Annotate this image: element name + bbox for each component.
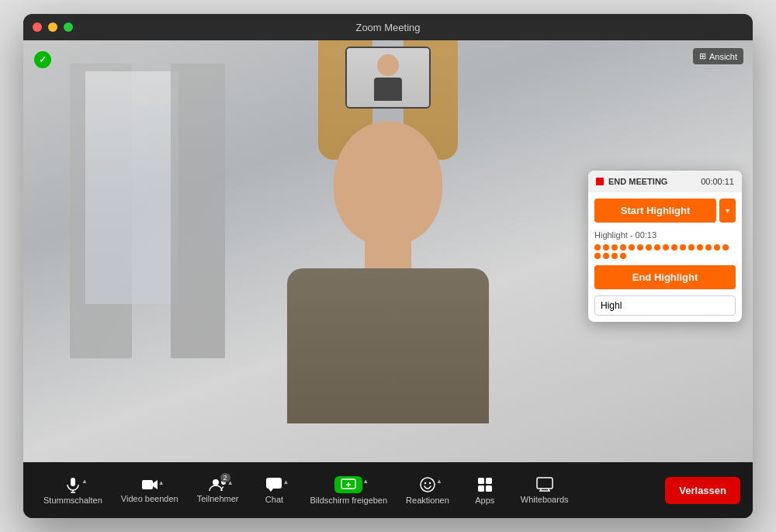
participants-caret: ▲: [227, 479, 234, 486]
whiteboards-label: Whiteboards: [521, 495, 569, 504]
apps-icon: [476, 476, 494, 493]
dot-4: [620, 244, 626, 250]
dot-5: [629, 244, 635, 250]
ansicht-button[interactable]: ⊞ Ansicht: [693, 48, 743, 64]
dot-1: [594, 244, 601, 250]
dot-13: [697, 244, 703, 250]
svg-rect-13: [478, 485, 484, 492]
dot-14: [705, 244, 712, 250]
ansicht-icon: ⊞: [699, 51, 706, 61]
reactions-label: Reaktionen: [406, 496, 449, 505]
thumb-body: [374, 78, 402, 101]
thumbnail-video: [345, 47, 431, 109]
highlight-dropdown-button[interactable]: ▾: [719, 199, 736, 223]
toolbar-item-chat[interactable]: ▲ Chat: [249, 472, 299, 509]
video-caret: ▲: [158, 479, 165, 486]
dot-10: [671, 244, 677, 250]
dot-17: [594, 253, 601, 259]
highlight-input[interactable]: [594, 295, 736, 316]
highlight-panel: END MEETING 00:00:11 Start Highlight ▾ H…: [588, 171, 742, 322]
dot-3: [611, 244, 618, 250]
share-icon: ▲: [334, 476, 362, 493]
dot-20: [620, 253, 626, 259]
participants-icon: 2 ▲: [209, 478, 227, 492]
toolbar-items: ▲ Stummschalten ▲ Video beenden: [36, 472, 577, 510]
chat-label: Chat: [265, 495, 283, 504]
end-highlight-button[interactable]: End Highlight: [594, 265, 736, 289]
red-square-icon: [596, 178, 604, 185]
thumb-person: [369, 54, 407, 101]
close-button[interactable]: [33, 22, 42, 32]
start-highlight-row: Start Highlight ▾: [594, 199, 736, 223]
dot-12: [688, 244, 695, 250]
dot-19: [611, 253, 618, 259]
chat-caret: ▲: [283, 478, 289, 485]
start-highlight-button[interactable]: Start Highlight: [594, 199, 716, 223]
dot-15: [714, 244, 720, 250]
panel-header: END MEETING 00:00:11: [588, 171, 742, 192]
reactions-icon: ▲: [419, 476, 436, 493]
dot-8: [654, 244, 660, 250]
video-icon: ▲: [141, 478, 158, 492]
toolbar-item-participants[interactable]: 2 ▲ Teilnehmer: [189, 473, 247, 508]
curtain-right: [171, 64, 225, 358]
thumbnail-inner: [347, 48, 429, 107]
reactions-caret: ▲: [436, 478, 442, 485]
svg-rect-14: [486, 485, 492, 492]
room-window: [85, 71, 178, 304]
title-bar: Zoom Meeting: [23, 14, 753, 40]
thumb-head: [377, 54, 399, 76]
person-body: [287, 268, 489, 423]
meeting-timer: 00:00:11: [701, 177, 734, 186]
svg-rect-15: [537, 478, 553, 489]
dot-2: [603, 244, 609, 250]
highlight-info: Highlight - 00:13: [594, 230, 736, 240]
dot-18: [603, 253, 609, 259]
toolbar-item-video[interactable]: ▲ Video beenden: [113, 473, 186, 508]
panel-body: Start Highlight ▾ Highlight - 00:13: [588, 192, 742, 322]
window-controls: [33, 22, 73, 32]
minimize-button[interactable]: [48, 22, 57, 32]
leave-button[interactable]: Verlassen: [665, 477, 740, 504]
toolbar: ▲ Stummschalten ▲ Video beenden: [23, 462, 753, 518]
svg-point-10: [429, 482, 431, 483]
dot-7: [646, 244, 652, 250]
chat-icon: ▲: [265, 477, 282, 492]
svg-point-8: [421, 478, 435, 492]
toolbar-item-apps[interactable]: Apps: [460, 472, 510, 510]
main-video-area: ⊞ Ansicht END MEETING 00:00:11 Start Hig…: [23, 40, 753, 462]
svg-rect-3: [142, 480, 153, 489]
window-title: Zoom Meeting: [355, 22, 420, 33]
dot-6: [637, 244, 643, 250]
svg-rect-12: [486, 478, 492, 484]
mute-icon: ▲: [64, 476, 81, 493]
toolbar-item-share[interactable]: ▲ Bildschirm freigeben: [302, 472, 395, 510]
share-label: Bildschirm freigeben: [310, 496, 387, 505]
mute-label: Stummschalten: [43, 496, 102, 505]
participants-label: Teilnehmer: [197, 494, 239, 503]
whiteboards-icon: [536, 477, 553, 492]
mute-caret: ▲: [81, 478, 88, 485]
dot-9: [663, 244, 669, 250]
zoom-window: Zoom Meeting: [23, 14, 753, 518]
toolbar-item-mute[interactable]: ▲ Stummschalten: [36, 472, 110, 510]
video-label: Video beenden: [121, 494, 178, 503]
share-caret: ▲: [362, 478, 369, 485]
maximize-button[interactable]: [64, 22, 73, 32]
toolbar-item-reactions[interactable]: ▲ Reaktionen: [398, 472, 457, 510]
toolbar-item-whiteboards[interactable]: Whiteboards: [513, 472, 577, 509]
apps-label: Apps: [475, 496, 494, 505]
green-status-indicator: [34, 51, 51, 68]
person-head: [334, 121, 442, 245]
svg-rect-11: [478, 478, 484, 484]
ansicht-label: Ansicht: [709, 52, 737, 61]
dot-16: [722, 244, 729, 250]
svg-rect-6: [266, 478, 282, 489]
dot-11: [680, 244, 686, 250]
svg-point-4: [213, 479, 219, 485]
end-meeting-text: END MEETING: [608, 177, 667, 186]
svg-point-9: [424, 482, 426, 483]
progress-dots: [594, 244, 736, 259]
end-meeting-label: END MEETING: [596, 177, 667, 186]
svg-rect-0: [71, 478, 75, 486]
